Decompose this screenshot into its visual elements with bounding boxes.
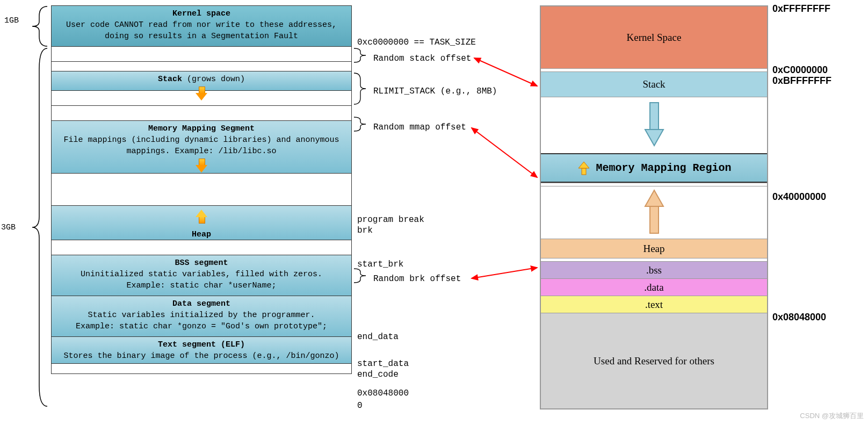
brace-mmap-offset (353, 116, 370, 132)
rseg-gap2 (541, 186, 767, 239)
lbl-zero: 0 (357, 401, 363, 411)
arrow-down-icon (196, 159, 207, 173)
rseg-heap: Heap (541, 239, 767, 258)
lbl-brk: brk (357, 226, 373, 235)
rseg-data: .data (541, 278, 767, 296)
lbl-rand-mmap: Random mmap offset (373, 123, 466, 132)
seg-gap-mmap-offset (52, 106, 351, 121)
rseg-bss-label: .bss (646, 264, 662, 276)
seg-bss-desc1: Uninitialized static variables, filled w… (56, 269, 347, 280)
rseg-gap1 (541, 97, 767, 153)
addr-40000000: 0x40000000 (772, 191, 826, 203)
rseg-kernel-label: Kernel Space (627, 32, 682, 44)
seg-bss: BSS segment Uninitialized static variabl… (52, 255, 351, 296)
left-memory-diagram: Kernel space User code CANNOT read from … (51, 5, 352, 374)
svg-line-1 (472, 128, 537, 177)
svg-marker-8 (645, 190, 663, 206)
rseg-reserved-label: Used and Reserved for others (594, 355, 714, 367)
addr-bfffffff: 0xBFFFFFFF (772, 75, 831, 87)
lbl-end-data: end_data (357, 332, 399, 342)
rseg-mmap-label: Memory Mapping Region (596, 162, 731, 174)
seg-data-desc2: Example: static char *gonzo = "God's own… (56, 321, 347, 332)
rseg-heap-label: Heap (643, 243, 664, 255)
seg-bss-desc2: Example: static char *userName; (56, 280, 347, 291)
rseg-bss: .bss (541, 261, 767, 278)
seg-stack-title: Stack (158, 75, 182, 84)
svg-rect-7 (650, 206, 659, 233)
seg-text: Text segment (ELF) Stores the binary ima… (52, 337, 351, 364)
rseg-mmap: Memory Mapping Region (541, 153, 767, 183)
seg-mmap-desc1: File mappings (including dynamic librari… (56, 134, 347, 146)
rseg-kernel: Kernel Space (541, 6, 767, 68)
addr-ffffffff: 0xFFFFFFFF (772, 3, 830, 15)
svg-marker-4 (645, 130, 663, 146)
seg-heap-title: Heap (56, 229, 347, 240)
brace-brk-offset (353, 268, 370, 284)
brace-stack-offset (353, 47, 370, 63)
seg-kernel: Kernel space User code CANNOT read from … (52, 6, 351, 47)
rseg-reserved: Used and Reserved for others (541, 313, 767, 408)
seg-data-title: Data segment (56, 298, 347, 310)
lbl-rand-stack: Random stack offset (373, 54, 471, 63)
seg-kernel-desc1: User code CANNOT read from nor write to … (56, 19, 347, 31)
seg-gap-brk-offset (52, 240, 351, 255)
brace-rlimit (353, 72, 370, 105)
lbl-rand-brk: Random brk offset (373, 274, 461, 284)
svg-rect-3 (650, 103, 659, 130)
brace-1gb (20, 5, 50, 47)
arrow-up-icon (196, 210, 207, 224)
svg-marker-6 (578, 162, 589, 168)
seg-gap-stack-offset (52, 47, 351, 62)
seg-gap-bottom (52, 364, 351, 373)
seg-kernel-title: Kernel space (56, 8, 347, 19)
watermark: CSDN @攻城狮百里 (800, 411, 864, 421)
seg-kernel-desc2: doing so results in a Segmentation Fault (56, 31, 347, 42)
big-arrow-down-icon (641, 100, 668, 148)
rseg-text-label: .text (645, 299, 663, 311)
svg-rect-5 (582, 168, 586, 175)
big-arrow-up-icon (641, 188, 668, 236)
arrow-up-icon-small (576, 161, 591, 176)
arrow-down-icon (196, 87, 207, 100)
lbl-task-size: 0xc0000000 == TASK_SIZE (357, 38, 476, 47)
red-arrow-mmap (467, 124, 542, 183)
lbl-end-code: end_code (357, 370, 399, 379)
svg-line-0 (474, 58, 537, 86)
addr-08048000: 0x08048000 (772, 312, 826, 323)
seg-stack-suffix: (grows down) (187, 75, 245, 84)
seg-gap-break (52, 174, 351, 206)
lbl-prog-break: program break (357, 215, 424, 225)
size-3gb: 3GB (1, 223, 16, 232)
addr-c0000000: 0xC0000000 (772, 64, 828, 76)
seg-text-desc1: Stores the binary image of the process (… (56, 350, 347, 362)
brace-3gb (20, 47, 50, 407)
seg-mmap-title: Memory Mapping Segment (56, 123, 347, 134)
seg-bss-title: BSS segment (56, 257, 347, 269)
size-1gb: 1GB (4, 16, 19, 25)
lbl-start-data: start_data (357, 359, 409, 369)
rseg-data-label: .data (644, 282, 663, 293)
seg-text-title: Text segment (ELF) (56, 339, 347, 350)
right-memory-diagram: Kernel Space Stack Memory Mapping Region… (540, 5, 768, 409)
seg-mmap-desc2: mappings. Example: /lib/libc.so (56, 146, 347, 157)
seg-mmap: Memory Mapping Segment File mappings (in… (52, 121, 351, 174)
red-arrow-stack (470, 54, 542, 91)
lbl-addr-text: 0x08048000 (357, 389, 409, 398)
svg-line-2 (472, 268, 537, 278)
seg-stack: Stack (grows down) (52, 71, 351, 91)
seg-gap-1b (52, 62, 351, 71)
red-arrow-brk (467, 263, 542, 285)
rseg-stack-label: Stack (642, 78, 665, 90)
rseg-text: .text (541, 296, 767, 313)
seg-data-desc1: Static variables initialized by the prog… (56, 310, 347, 321)
rseg-stack: Stack (541, 71, 767, 97)
seg-heap: Heap (52, 206, 351, 240)
seg-data: Data segment Static variables initialize… (52, 296, 351, 337)
